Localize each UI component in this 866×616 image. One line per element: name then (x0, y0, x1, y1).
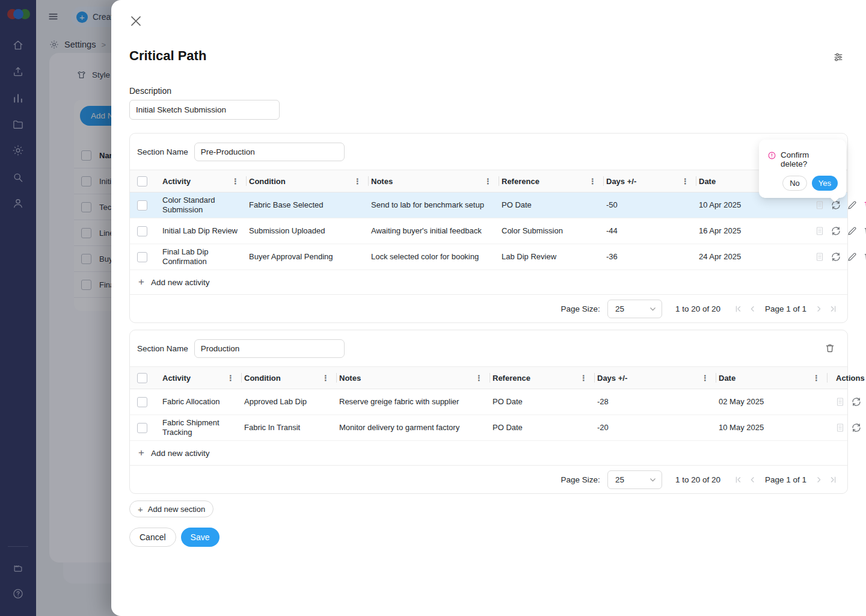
cell-reference: Lab Dip Review (499, 244, 604, 270)
column-menu-icon[interactable]: ⋮ (681, 177, 693, 186)
prev-page-icon[interactable] (748, 475, 757, 484)
header-checkbox[interactable] (137, 373, 147, 383)
cell-condition: Fabric In Transit (242, 415, 337, 440)
cell-notes: Lock selected color for booking (369, 244, 499, 270)
table-row[interactable]: Fabric Shipment Tracking Fabric In Trans… (130, 415, 847, 441)
table-row-selected[interactable]: Color Standard Submission Fabric Base Se… (130, 192, 847, 218)
save-button[interactable]: Save (181, 528, 220, 547)
table-row[interactable]: Fabric Allocation Approved Lab Dip Reser… (130, 389, 847, 415)
column-header-date: Date (699, 177, 716, 186)
row-checkbox[interactable] (137, 423, 147, 433)
cell-condition: Approved Lab Dip (242, 389, 337, 414)
column-header-activity: Activity (162, 374, 191, 383)
row-checkbox[interactable] (137, 397, 147, 407)
last-page-icon[interactable] (829, 475, 838, 484)
column-menu-icon[interactable]: ⋮ (227, 374, 238, 383)
row-checkbox[interactable] (137, 200, 147, 211)
first-page-icon[interactable] (734, 304, 743, 313)
edit-icon[interactable] (847, 251, 858, 262)
add-section-label: Add new section (148, 505, 205, 514)
add-activity-row[interactable]: + Add new activity (130, 441, 847, 465)
prev-page-icon[interactable] (748, 304, 757, 313)
cell-days: -44 (604, 218, 696, 244)
cell-activity: Color Standard Submission (160, 192, 247, 218)
row-checkbox[interactable] (137, 252, 147, 262)
column-header-reference: Reference (493, 374, 530, 383)
cell-days: -50 (604, 192, 696, 218)
cell-condition: Buyer Approval Pending (247, 244, 369, 270)
column-menu-icon[interactable]: ⋮ (354, 177, 365, 186)
cell-activity: Final Lab Dip Confirmation (160, 244, 247, 270)
column-header-condition: Condition (249, 177, 286, 186)
description-label: Description (129, 86, 171, 96)
cell-activity: Initial Lab Dip Review (160, 218, 247, 244)
column-header-reference: Reference (502, 177, 539, 186)
table-row[interactable]: Initial Lab Dip Review Submission Upload… (130, 218, 847, 244)
cancel-button[interactable]: Cancel (129, 528, 176, 547)
column-menu-icon[interactable]: ⋮ (484, 177, 496, 186)
description-input[interactable] (129, 100, 280, 120)
sync-icon[interactable] (831, 200, 841, 211)
section-header: Section Name (130, 134, 847, 170)
table-row[interactable]: Final Lab Dip Confirmation Buyer Approva… (130, 244, 847, 270)
section-name-input[interactable] (194, 339, 345, 358)
edit-icon[interactable] (847, 226, 858, 236)
cell-notes: Awaiting buyer's initial feedback (369, 218, 499, 244)
delete-icon-active[interactable] (863, 200, 866, 211)
next-page-icon[interactable] (814, 304, 823, 313)
cell-activity: Fabric Shipment Tracking (160, 415, 242, 440)
next-page-icon[interactable] (814, 475, 823, 484)
column-menu-icon[interactable]: ⋮ (580, 374, 591, 383)
add-section-button[interactable]: + Add new section (129, 500, 213, 517)
cell-reference: PO Date (490, 415, 595, 440)
column-menu-icon[interactable]: ⋮ (475, 374, 487, 383)
pagination-page: Page 1 of 1 (765, 304, 806, 313)
section-pre-production: Section Name Activity⋮ Condition⋮ Notes⋮… (129, 133, 848, 323)
drawer-footer: Cancel Save (129, 528, 220, 547)
column-menu-icon[interactable]: ⋮ (812, 374, 824, 383)
sync-icon[interactable] (851, 396, 862, 407)
first-page-icon[interactable] (734, 475, 743, 484)
column-menu-icon[interactable]: ⋮ (589, 177, 600, 186)
cell-days: -36 (604, 244, 696, 270)
confirm-no-button[interactable]: No (782, 176, 807, 191)
add-activity-label: Add new activity (151, 449, 210, 458)
delete-icon[interactable] (863, 251, 866, 262)
organization-icon[interactable] (835, 396, 846, 407)
row-checkbox[interactable] (137, 226, 147, 236)
sync-icon[interactable] (831, 226, 841, 236)
confirm-delete-popover: Confirm delete? No Yes (759, 140, 846, 198)
delete-section-icon[interactable] (825, 343, 835, 354)
column-menu-icon[interactable]: ⋮ (701, 374, 713, 383)
organization-icon[interactable] (814, 226, 825, 236)
page-size-select[interactable]: 25 (607, 300, 662, 318)
cell-reference: PO Date (490, 389, 595, 414)
column-header-date: Date (719, 374, 735, 383)
column-menu-icon[interactable]: ⋮ (322, 374, 333, 383)
cell-activity: Fabric Allocation (160, 389, 242, 414)
column-menu-icon[interactable]: ⋮ (232, 177, 243, 186)
filter-sliders-icon[interactable] (832, 51, 844, 63)
organization-icon[interactable] (814, 200, 825, 211)
sync-icon[interactable] (851, 422, 862, 433)
section-name-input[interactable] (194, 143, 345, 161)
edit-icon[interactable] (847, 200, 858, 211)
cell-reference: Color Submission (499, 218, 604, 244)
add-activity-row[interactable]: + Add new activity (130, 270, 847, 294)
cell-date: 24 Apr 2025 (696, 244, 807, 270)
plus-icon: + (138, 504, 143, 514)
column-header-days: Days +/- (597, 374, 627, 383)
column-header-actions: Actions (836, 374, 865, 383)
delete-icon[interactable] (863, 226, 866, 236)
page-size-select[interactable]: 25 (607, 470, 662, 489)
last-page-icon[interactable] (829, 304, 838, 313)
confirm-yes-button[interactable]: Yes (812, 176, 838, 191)
sync-icon[interactable] (831, 251, 841, 262)
close-icon[interactable] (129, 14, 143, 28)
header-checkbox[interactable] (137, 176, 147, 186)
organization-icon[interactable] (835, 422, 846, 433)
page-size-value: 25 (615, 475, 624, 484)
section-name-label: Section Name (137, 344, 188, 353)
organization-icon[interactable] (814, 251, 825, 262)
cell-notes: Monitor delivery to garment factory (337, 415, 490, 440)
